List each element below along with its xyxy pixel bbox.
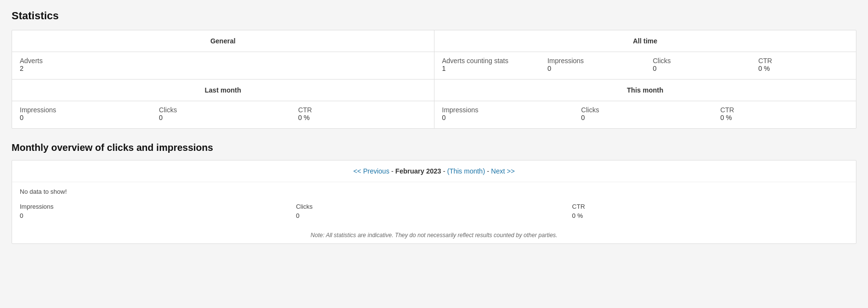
adverts-value: 2 <box>20 65 426 72</box>
next-link[interactable]: Next >> <box>491 167 515 175</box>
monthly-clicks-value: 0 <box>296 212 572 219</box>
statistics-table: General All time Adverts 2 Adverts count… <box>12 30 856 129</box>
top-section-headers-row: General All time <box>12 30 856 52</box>
general-header: General <box>210 37 235 45</box>
monthly-overview-panel: << Previous - February 2023 - (This mont… <box>12 160 856 244</box>
thismonth-header-cell: This month <box>434 80 856 101</box>
lastmonth-ctr-label: CTR <box>298 106 426 114</box>
alltime-inner-row: Adverts counting stats 1 Impressions 0 C… <box>434 52 856 79</box>
lastmonth-data-cell: Impressions 0 Clicks 0 CTR 0 % <box>12 101 434 129</box>
lastmonth-impressions-cell: Impressions 0 <box>12 101 151 128</box>
thismonth-inner-row: Impressions 0 Clicks 0 CTR 0 % <box>434 101 856 128</box>
thismonth-clicks-label: Clicks <box>581 106 705 114</box>
monthly-impressions-col: Impressions 0 <box>20 203 296 219</box>
general-data-cell: Adverts 2 <box>12 52 434 80</box>
monthly-ctr-col: CTR 0 % <box>572 203 848 219</box>
thismonth-inner-table: Impressions 0 Clicks 0 CTR 0 % <box>434 101 856 128</box>
alltime-ctr-cell: CTR 0 % <box>750 52 856 79</box>
thismonth-impressions-label: Impressions <box>442 106 566 114</box>
lastmonth-clicks-label: Clicks <box>159 106 283 114</box>
monthly-stats-row: Impressions 0 Clicks 0 CTR 0 % <box>20 203 848 219</box>
adverts-counting-label: Adverts counting stats <box>442 57 532 65</box>
monthly-ctr-value: 0 % <box>572 212 848 219</box>
adverts-counting-value: 1 <box>442 65 532 72</box>
monthly-ctr-label: CTR <box>572 203 848 210</box>
thismonth-impressions-value: 0 <box>442 114 566 121</box>
alltime-header-cell: All time <box>434 30 856 52</box>
bottom-section-headers-row: Last month This month <box>12 80 856 101</box>
nav-separator-3: - <box>487 167 491 175</box>
page-title: Statistics <box>12 10 856 22</box>
thismonth-data-cell: Impressions 0 Clicks 0 CTR 0 % <box>434 101 856 129</box>
nav-separator-2: - <box>443 167 448 175</box>
lastmonth-header-cell: Last month <box>12 80 434 101</box>
lastmonth-ctr-cell: CTR 0 % <box>290 101 434 128</box>
alltime-inner-table: Adverts counting stats 1 Impressions 0 C… <box>434 52 856 79</box>
lastmonth-inner-table: Impressions 0 Clicks 0 CTR 0 % <box>12 101 434 128</box>
adverts-label: Adverts <box>20 57 426 65</box>
alltime-ctr-value: 0 % <box>758 65 848 72</box>
lastmonth-clicks-value: 0 <box>159 114 283 121</box>
stats-outer-table: General All time Adverts 2 Adverts count… <box>12 30 856 128</box>
alltime-clicks-value: 0 <box>653 65 743 72</box>
lastmonth-ctr-value: 0 % <box>298 114 426 121</box>
alltime-clicks-label: Clicks <box>653 57 743 65</box>
monthly-impressions-label: Impressions <box>20 203 296 210</box>
lastmonth-clicks-cell: Clicks 0 <box>151 101 291 128</box>
alltime-ctr-label: CTR <box>758 57 848 65</box>
lastmonth-impressions-label: Impressions <box>20 106 144 114</box>
alltime-impressions-label: Impressions <box>547 57 637 65</box>
alltime-impressions-cell: Impressions 0 <box>540 52 645 79</box>
monthly-impressions-value: 0 <box>20 212 296 219</box>
thismonth-ctr-cell: CTR 0 % <box>713 101 856 128</box>
monthly-section-title: Monthly overview of clicks and impressio… <box>12 142 856 153</box>
alltime-clicks-cell: Clicks 0 <box>645 52 751 79</box>
current-month-label: February 2023 <box>395 167 441 175</box>
bottom-data-row: Impressions 0 Clicks 0 CTR 0 % <box>12 101 856 129</box>
alltime-header: All time <box>633 37 657 45</box>
thismonth-ctr-value: 0 % <box>720 114 848 121</box>
monthly-nav: << Previous - February 2023 - (This mont… <box>12 161 856 182</box>
thismonth-clicks-value: 0 <box>581 114 705 121</box>
this-month-link[interactable]: (This month) <box>447 167 485 175</box>
alltime-data-cell: Adverts counting stats 1 Impressions 0 C… <box>434 52 856 80</box>
thismonth-ctr-label: CTR <box>720 106 848 114</box>
alltime-impressions-value: 0 <box>547 65 637 72</box>
previous-link[interactable]: << Previous <box>353 167 390 175</box>
alltime-data-row: Adverts 2 Adverts counting stats 1 Impre… <box>12 52 856 80</box>
alltime-adverts-counting-cell: Adverts counting stats 1 <box>434 52 540 79</box>
lastmonth-inner-row: Impressions 0 Clicks 0 CTR 0 % <box>12 101 434 128</box>
general-header-cell: General <box>12 30 434 52</box>
monthly-content: No data to show! Impressions 0 Clicks 0 … <box>12 182 856 227</box>
thismonth-clicks-cell: Clicks 0 <box>573 101 713 128</box>
monthly-clicks-label: Clicks <box>296 203 572 210</box>
statistics-note: Note: All statistics are indicative. The… <box>12 227 856 243</box>
nav-separator-1: - <box>391 167 395 175</box>
no-data-message: No data to show! <box>20 188 848 195</box>
thismonth-header: This month <box>627 86 663 94</box>
lastmonth-header: Last month <box>205 86 241 94</box>
monthly-clicks-col: Clicks 0 <box>296 203 572 219</box>
thismonth-impressions-cell: Impressions 0 <box>434 101 574 128</box>
lastmonth-impressions-value: 0 <box>20 114 144 121</box>
